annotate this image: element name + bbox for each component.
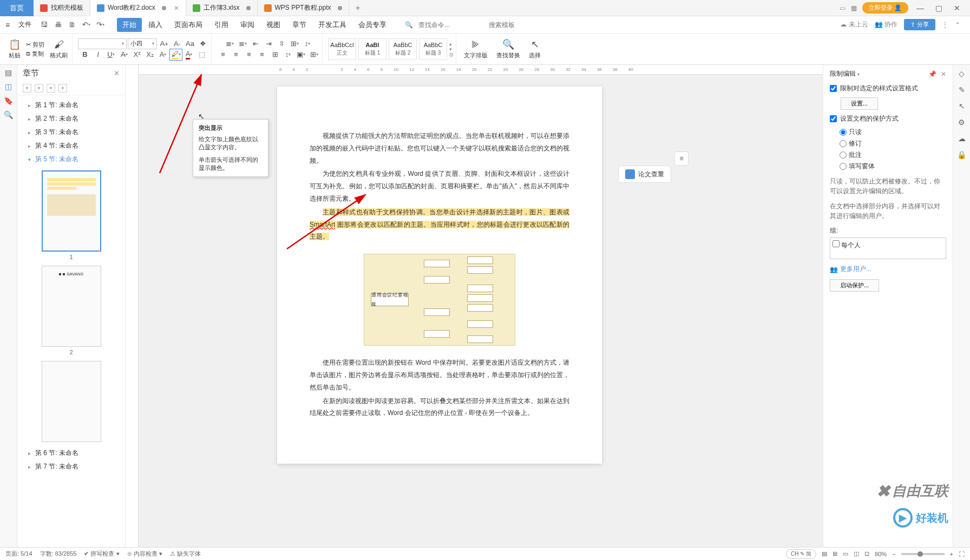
- zoom-slider[interactable]: [901, 553, 945, 555]
- maximize-icon[interactable]: ▢: [932, 4, 945, 12]
- sb-page[interactable]: 页面: 5/14: [5, 550, 32, 558]
- style-scroll-down-icon[interactable]: ▾: [449, 47, 454, 52]
- rp-pin-icon[interactable]: 📌: [928, 70, 936, 78]
- style-scroll-up-icon[interactable]: ▴: [449, 41, 454, 47]
- view-mode-5-icon[interactable]: ⊡: [864, 550, 869, 557]
- shrink-font-icon[interactable]: A-: [171, 38, 183, 49]
- rp-radio-track[interactable]: [840, 140, 847, 147]
- template-search-input[interactable]: [489, 21, 554, 29]
- thumb-1[interactable]: [42, 170, 101, 252]
- tab-stops-icon[interactable]: ⊞▾: [289, 38, 300, 49]
- save-icon[interactable]: 🖫: [38, 19, 50, 31]
- grow-font-icon[interactable]: A+: [158, 38, 170, 49]
- rb-settings-icon[interactable]: ⚙: [958, 118, 965, 127]
- nav-close-icon[interactable]: ✕: [114, 69, 120, 77]
- nav-item-7[interactable]: 第 7 节: 未命名: [17, 460, 125, 473]
- bold-icon[interactable]: B: [79, 49, 91, 60]
- nav-item-3[interactable]: 第 3 节: 未命名: [17, 126, 125, 139]
- nav-tool-2[interactable]: +: [35, 84, 43, 93]
- float-tool-1[interactable]: ≡: [674, 151, 689, 166]
- sb-spell[interactable]: ✔ 拼写检查 ▾: [84, 550, 119, 558]
- italic-icon[interactable]: I: [92, 49, 104, 60]
- search-panel-icon[interactable]: 🔍: [4, 110, 13, 119]
- print-icon[interactable]: 🖶: [52, 19, 64, 31]
- highlight-color-icon[interactable]: 🖊▾: [170, 49, 182, 60]
- indent-inc-icon[interactable]: ⇥: [263, 38, 274, 49]
- login-button[interactable]: 立即登录 👤: [862, 2, 908, 14]
- subscript-icon[interactable]: X₂: [144, 49, 156, 60]
- tab-doc-active[interactable]: Word教程2.docx ✕: [90, 0, 186, 16]
- para-spacing-icon[interactable]: ⇳: [276, 38, 287, 49]
- char-border-icon[interactable]: ⬚: [196, 49, 208, 60]
- align-right-icon[interactable]: ≡: [243, 49, 255, 60]
- ruler-horizontal[interactable]: 642 246 81012 141618 202224 262830 32343…: [139, 65, 823, 75]
- sort-icon[interactable]: ↕▾: [302, 38, 313, 49]
- menu-tab-review[interactable]: 审阅: [235, 18, 260, 32]
- underline-icon[interactable]: U▾: [105, 49, 117, 60]
- tab-template[interactable]: 找稻壳模板: [34, 0, 90, 16]
- sb-missing-font[interactable]: ⚠ 缺失字体: [170, 550, 201, 558]
- nav-tool-4[interactable]: +: [58, 84, 67, 93]
- copy-button[interactable]: ⧉ 复制: [26, 50, 44, 58]
- share-button[interactable]: ⇪ 分享: [904, 19, 935, 30]
- rb-lock-icon[interactable]: 🔒: [957, 150, 966, 159]
- sb-ime[interactable]: CH ✎ 简: [786, 549, 816, 559]
- command-search-input[interactable]: [418, 21, 483, 29]
- numbering-icon[interactable]: ≣▾: [237, 38, 248, 49]
- align-center-icon[interactable]: ≡: [230, 49, 242, 60]
- layout-icon[interactable]: ▭: [840, 4, 846, 12]
- nav-item-1[interactable]: 第 1 节: 未命名: [17, 98, 125, 112]
- align-justify-icon[interactable]: ≡: [256, 49, 268, 60]
- redo-icon[interactable]: ↷▾: [94, 19, 106, 31]
- view-mode-2-icon[interactable]: ⊞: [833, 550, 837, 557]
- align-left-icon[interactable]: ≡: [217, 49, 229, 60]
- apps-icon[interactable]: ▦: [851, 4, 857, 12]
- tab-xlsx[interactable]: 工作簿3.xlsx: [186, 0, 258, 16]
- rb-style-icon[interactable]: ◇: [959, 69, 965, 78]
- nav-item-6[interactable]: 第 6 节: 未命名: [17, 446, 125, 460]
- rp-settings-button[interactable]: 设置...: [841, 97, 878, 110]
- clear-format-icon[interactable]: ❖: [197, 38, 209, 49]
- cloud-status[interactable]: ☁ 未上云: [840, 20, 868, 29]
- menu-tab-layout[interactable]: 页面布局: [169, 18, 208, 32]
- undo-icon[interactable]: ↶▾: [80, 19, 92, 31]
- nav-item-4[interactable]: 第 4 节: 未命名: [17, 139, 125, 153]
- style-h1[interactable]: AaBl标题 1: [358, 38, 386, 60]
- nav-item-5[interactable]: 第 5 节: 未命名: [17, 153, 125, 166]
- rp-radio-readonly[interactable]: [840, 129, 847, 136]
- rp-more-users[interactable]: 👥 更多用户...: [830, 265, 946, 274]
- nav-tool-3[interactable]: +: [47, 84, 55, 93]
- rb-select-icon[interactable]: ↖: [959, 102, 965, 110]
- tab-ppt[interactable]: WPS PPT教程.pptx: [258, 0, 349, 16]
- borders-icon[interactable]: ⊞▾: [308, 49, 320, 60]
- view-mode-3-icon[interactable]: ▭: [843, 550, 848, 557]
- text-layout-button[interactable]: ⫸文字排版: [462, 39, 490, 60]
- rp-group-input[interactable]: 每个人: [830, 238, 946, 259]
- add-tab-button[interactable]: +: [349, 3, 367, 13]
- outline-icon[interactable]: ▤: [5, 68, 12, 77]
- cut-button[interactable]: ✂ 剪切: [26, 41, 44, 49]
- tab-home[interactable]: 首页: [0, 0, 34, 16]
- rp-radio-form[interactable]: [840, 163, 847, 170]
- sections-icon[interactable]: ◫: [5, 82, 12, 91]
- rp-start-protect-button[interactable]: 启动保护...: [830, 279, 879, 292]
- rp-everyone-chk[interactable]: [833, 240, 840, 247]
- shading-icon[interactable]: ▣▾: [295, 49, 307, 60]
- thumb-2[interactable]: ■ ■ SAVANS: [42, 266, 101, 347]
- superscript-icon[interactable]: X²: [131, 49, 143, 60]
- select-button[interactable]: ↖选择: [527, 38, 543, 60]
- document-page[interactable]: 视频提供了功能强大的方法帮助您证明您的观点。当您单击联机视频时，可以在想要添加的…: [277, 87, 602, 464]
- more-icon[interactable]: ⋮: [942, 21, 948, 29]
- print-preview-icon[interactable]: 🗎: [66, 19, 78, 31]
- font-color-icon[interactable]: A▾: [183, 49, 195, 60]
- close-icon[interactable]: ✕: [174, 4, 179, 12]
- nav-item-2[interactable]: 第 2 节: 未命名: [17, 112, 125, 126]
- fullscreen-icon[interactable]: ⛶: [959, 551, 965, 557]
- menu-tab-start[interactable]: 开始: [117, 18, 142, 32]
- font-name-select[interactable]: ▾: [78, 38, 127, 49]
- zoom-label[interactable]: 80%: [875, 551, 887, 557]
- style-h3[interactable]: AaBbC标题 3: [419, 38, 447, 60]
- sb-content[interactable]: ⊙ 内容检查 ▾: [127, 550, 162, 558]
- essay-check-button[interactable]: 论文查重: [618, 166, 671, 183]
- zoom-in-icon[interactable]: +: [950, 551, 953, 557]
